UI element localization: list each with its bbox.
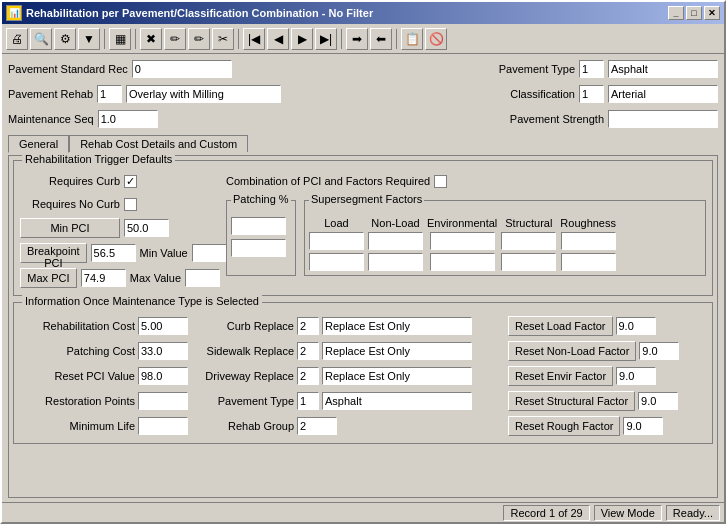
min-pci-btn[interactable]: Min PCI	[20, 218, 120, 238]
patching-load-input[interactable]	[231, 217, 286, 235]
toolbar-print[interactable]: 🖨	[6, 28, 28, 50]
max-pci-btn[interactable]: Max PCI	[20, 268, 77, 288]
maintenance-seq-label: Maintenance Seq	[8, 113, 94, 125]
min-pci-input[interactable]	[124, 219, 169, 237]
toolbar-clipboard[interactable]: 📋	[401, 28, 423, 50]
maintenance-seq-input[interactable]	[98, 110, 158, 128]
reset-load-button[interactable]: Reset Load Factor	[508, 316, 613, 336]
reset-structural-button[interactable]: Reset Structural Factor	[508, 391, 635, 411]
combination-label: Combination of PCI and Factors Required	[226, 175, 430, 187]
rehab-group-input[interactable]	[297, 417, 337, 435]
superseg-load-min[interactable]	[309, 232, 364, 250]
reset-structural-input[interactable]	[638, 392, 678, 410]
superseg-environmental-max[interactable]	[430, 253, 495, 271]
classification-value-input[interactable]	[608, 85, 718, 103]
reset-nonload-input[interactable]	[639, 342, 679, 360]
minimum-life-input[interactable]	[138, 417, 188, 435]
superseg-structural-min[interactable]	[501, 232, 556, 250]
reset-nonload-button[interactable]: Reset Non-Load Factor	[508, 341, 636, 361]
superseg-nonload-min[interactable]	[368, 232, 423, 250]
pavement-standard-input[interactable]	[132, 60, 232, 78]
sidewalk-replace-num-input[interactable]	[297, 342, 319, 360]
patching-load-max-input[interactable]	[231, 239, 286, 257]
superseg-roughness-min[interactable]	[561, 232, 616, 250]
toolbar-first[interactable]: |◀	[243, 28, 265, 50]
pavement-strength-input[interactable]	[608, 110, 718, 128]
superseg-environmental-min[interactable]	[430, 232, 495, 250]
pavement-rehab-num-input[interactable]	[97, 85, 122, 103]
main-content: Pavement Standard Rec Pavement Type Pave…	[2, 54, 724, 502]
patching-cost-input[interactable]	[138, 342, 188, 360]
superseg-roughness-max[interactable]	[561, 253, 616, 271]
info-title: Information Once Maintenance Type is Sel…	[22, 295, 262, 307]
superseg-col-roughness: Roughness	[560, 217, 616, 271]
reset-envir-input[interactable]	[616, 367, 656, 385]
restoration-points-input[interactable]	[138, 392, 188, 410]
curb-replace-value-input[interactable]	[322, 317, 472, 335]
reset-pci-input[interactable]	[138, 367, 188, 385]
pavement-type-num-input[interactable]	[579, 60, 604, 78]
reset-rough-row: Reset Rough Factor	[508, 415, 706, 437]
pavement-type2-value-input[interactable]	[322, 392, 472, 410]
window-title: Rehabilitation per Pavement/Classificati…	[26, 7, 373, 19]
ready-status: Ready...	[666, 505, 720, 521]
toolbar-sep-2	[135, 29, 136, 49]
tabs-bar: General Rehab Cost Details and Custom	[8, 135, 718, 152]
max-pci-input[interactable]	[81, 269, 126, 287]
requires-curb-checkbox[interactable]: ✓	[124, 175, 137, 188]
tab-rehab-cost[interactable]: Rehab Cost Details and Custom	[69, 135, 248, 152]
driveway-replace-num-input[interactable]	[297, 367, 319, 385]
pavement-type2-num-input[interactable]	[297, 392, 319, 410]
toolbar-forward[interactable]: ➡	[346, 28, 368, 50]
sidewalk-replace-value-input[interactable]	[322, 342, 472, 360]
superseg-load-max[interactable]	[309, 253, 364, 271]
maximize-button[interactable]: □	[686, 6, 702, 20]
reset-load-input[interactable]	[616, 317, 656, 335]
rehab-cost-input[interactable]	[138, 317, 188, 335]
max-value-input[interactable]	[185, 269, 220, 287]
superseg-structural-max[interactable]	[501, 253, 556, 271]
toolbar-grid[interactable]: ▦	[109, 28, 131, 50]
min-value-input[interactable]	[192, 244, 227, 262]
tab-general[interactable]: General	[8, 135, 69, 153]
window-controls: _ □ ✕	[668, 6, 720, 20]
title-bar: 📊 Rehabilitation per Pavement/Classifica…	[2, 2, 724, 24]
toolbar-gear[interactable]: ⚙	[54, 28, 76, 50]
min-pci-row: Min PCI	[20, 217, 220, 239]
toolbar-edit2[interactable]: ✏	[188, 28, 210, 50]
toolbar-stop[interactable]: 🚫	[425, 28, 447, 50]
patching-cost-label: Patching Cost	[20, 345, 135, 357]
toolbar-back[interactable]: ⬅	[370, 28, 392, 50]
toolbar-last[interactable]: ▶|	[315, 28, 337, 50]
requires-no-curb-checkbox[interactable]	[124, 198, 137, 211]
toolbar-edit1[interactable]: ✏	[164, 28, 186, 50]
toolbar-delete[interactable]: ✖	[140, 28, 162, 50]
toolbar-prev[interactable]: ◀	[267, 28, 289, 50]
curb-replace-num-input[interactable]	[297, 317, 319, 335]
close-button[interactable]: ✕	[704, 6, 720, 20]
trigger-left: Requires Curb ✓ Requires No Curb Min PCI	[20, 171, 220, 289]
toolbar-next[interactable]: ▶	[291, 28, 313, 50]
toolbar-sep-4	[341, 29, 342, 49]
toolbar-filter-arrow[interactable]: ▼	[78, 28, 100, 50]
breakpoint-pci-input[interactable]	[91, 244, 136, 262]
pavement-rehab-value-input[interactable]	[126, 85, 281, 103]
classification-num-input[interactable]	[579, 85, 604, 103]
requires-curb-label: Requires Curb	[20, 175, 120, 187]
reset-rough-button[interactable]: Reset Rough Factor	[508, 416, 620, 436]
pavement-type2-label: Pavement Type	[199, 395, 294, 407]
requires-curb-check: ✓	[126, 176, 135, 187]
driveway-replace-value-input[interactable]	[322, 367, 472, 385]
toolbar-search[interactable]: 🔍	[30, 28, 52, 50]
toolbar-sep-3	[238, 29, 239, 49]
record-status: Record 1 of 29	[503, 505, 589, 521]
superseg-nonload-max[interactable]	[368, 253, 423, 271]
combination-checkbox[interactable]	[434, 175, 447, 188]
toolbar-cut[interactable]: ✂	[212, 28, 234, 50]
combination-row: Combination of PCI and Factors Required	[226, 171, 706, 191]
breakpoint-pci-btn[interactable]: Breakpoint PCI	[20, 243, 87, 263]
pavement-type-value-input[interactable]	[608, 60, 718, 78]
reset-envir-button[interactable]: Reset Envir Factor	[508, 366, 613, 386]
minimize-button[interactable]: _	[668, 6, 684, 20]
reset-rough-input[interactable]	[623, 417, 663, 435]
